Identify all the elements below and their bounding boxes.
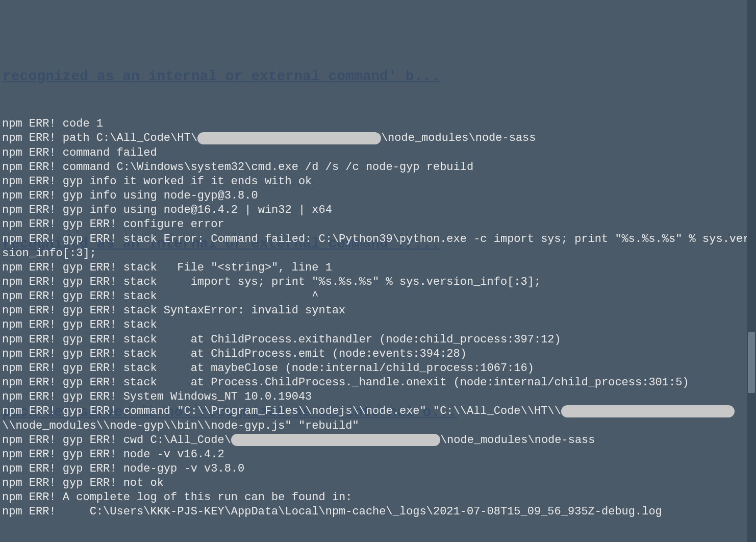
terminal-line: npm ERR! gyp ERR! stack at Process.Child… — [2, 376, 754, 390]
terminal-text: npm ERR! gyp ERR! command "C:\\Program_F… — [2, 405, 561, 417]
terminal-line: npm ERR! gyp ERR! stack at ChildProcess.… — [2, 347, 754, 361]
terminal-line: npm ERR! gyp info using node-gyp@3.8.0 — [2, 189, 754, 203]
terminal-line: npm ERR! gyp ERR! System Windows_NT 10.0… — [2, 390, 754, 404]
terminal-line: npm ERR! gyp ERR! command "C:\\Program_F… — [2, 404, 754, 433]
redaction-mark — [231, 434, 440, 446]
terminal-output: npm ERR! code 1npm ERR! path C:\All_Code… — [2, 117, 754, 519]
terminal-line: npm ERR! gyp ERR! stack ^ — [2, 289, 754, 304]
redaction-mark — [561, 405, 735, 417]
terminal-line: npm ERR! gyp ERR! stack import sys; prin… — [2, 275, 754, 289]
terminal-line: npm ERR! gyp ERR! stack at ChildProcess.… — [2, 333, 754, 347]
scrollbar-thumb[interactable] — [748, 332, 755, 393]
terminal-line: npm ERR! A complete log of this run can … — [2, 490, 754, 505]
terminal-line: npm ERR! gyp info it worked if it ends w… — [2, 175, 754, 189]
terminal-line: npm ERR! gyp ERR! configure error — [2, 217, 754, 232]
terminal-text: npm ERR! path C:\All_Code\HT\ — [2, 132, 197, 144]
terminal-line: npm ERR! code 1 — [2, 117, 754, 131]
terminal-line: npm ERR! C:\Users\KKK-PJS-KEY\AppData\Lo… — [2, 505, 754, 519]
terminal-text: npm ERR! gyp ERR! cwd C:\All_Code\ — [2, 434, 231, 447]
terminal-line: npm ERR! gyp ERR! not ok — [2, 476, 754, 490]
terminal-line: npm ERR! gyp ERR! stack — [2, 318, 754, 332]
terminal-line: npm ERR! gyp ERR! cwd C:\All_Code\\node_… — [2, 433, 754, 448]
terminal-text: \\node_modules\\node-gyp\\bin\\node-gyp.… — [2, 420, 359, 432]
terminal-line: npm ERR! gyp ERR! stack Error: Command f… — [2, 232, 754, 261]
scrollbar-track[interactable] — [747, 0, 756, 542]
terminal-line: npm ERR! path C:\All_Code\HT\\node_modul… — [2, 131, 754, 145]
terminal-line: npm ERR! gyp ERR! stack SyntaxError: inv… — [2, 304, 754, 318]
terminal-line: npm ERR! gyp ERR! stack at maybeClose (n… — [2, 361, 754, 376]
terminal-line: npm ERR! gyp ERR! stack File "<string>",… — [2, 261, 754, 275]
redaction-mark — [197, 132, 381, 144]
background-link-1: recognized as an internal or external co… — [3, 67, 440, 86]
terminal-line: npm ERR! gyp ERR! node -v v16.4.2 — [2, 448, 754, 462]
terminal-line: npm ERR! command failed — [2, 146, 754, 160]
terminal-line: npm ERR! gyp info using node@16.4.2 | wi… — [2, 203, 754, 217]
terminal-line: npm ERR! gyp ERR! node-gyp -v v3.8.0 — [2, 462, 754, 476]
terminal-line: npm ERR! command C:\Windows\system32\cmd… — [2, 160, 754, 175]
terminal-text: \node_modules\node-sass — [381, 132, 536, 144]
terminal-text: \node_modules\node-sass — [440, 434, 595, 447]
